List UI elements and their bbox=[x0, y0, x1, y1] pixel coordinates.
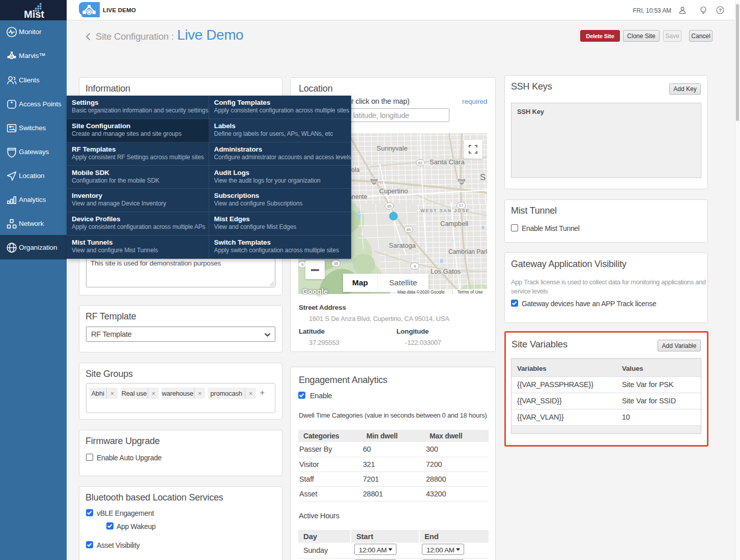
svg-text:35: 35 bbox=[334, 261, 338, 266]
svg-text:Saratoga: Saratoga bbox=[389, 242, 416, 249]
svg-text:Cambrian Park: Cambrian Park bbox=[448, 248, 487, 255]
svg-text:9: 9 bbox=[414, 264, 416, 269]
svg-text:S: S bbox=[480, 172, 486, 182]
svg-text:85: 85 bbox=[407, 227, 411, 232]
svg-text:Mist: Mist bbox=[24, 9, 44, 20]
svg-text:Sunnyvale: Sunnyvale bbox=[377, 144, 408, 152]
svg-text:Cupertino: Cupertino bbox=[379, 187, 408, 195]
svg-text:Los Gatos: Los Gatos bbox=[431, 268, 461, 275]
svg-text:17: 17 bbox=[459, 203, 463, 208]
svg-text:?: ? bbox=[719, 8, 722, 13]
svg-text:280: 280 bbox=[371, 180, 377, 184]
svg-text:85: 85 bbox=[387, 204, 391, 209]
svg-text:Santa Clara: Santa Clara bbox=[430, 158, 465, 166]
svg-text:82: 82 bbox=[418, 161, 422, 165]
svg-text:Campbell: Campbell bbox=[440, 220, 468, 227]
svg-text:880: 880 bbox=[459, 180, 465, 184]
svg-text:9: 9 bbox=[301, 262, 303, 267]
